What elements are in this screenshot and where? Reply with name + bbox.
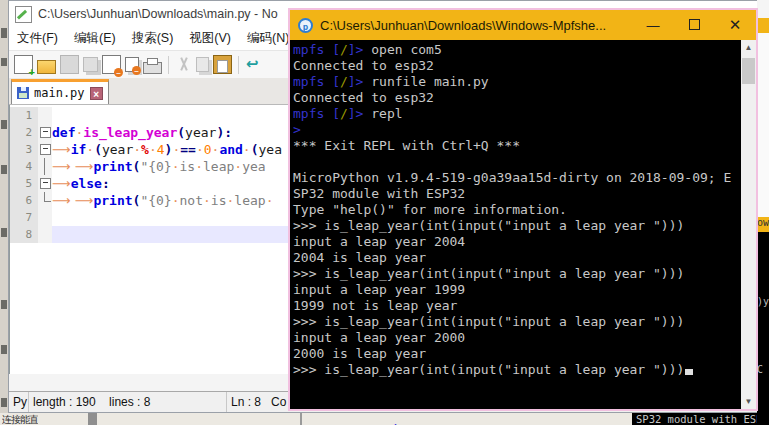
line-number: 3 <box>10 141 38 158</box>
line-number: 4 <box>10 158 38 175</box>
sliver-fragment <box>1 300 7 309</box>
close-all-icon[interactable] <box>125 57 139 72</box>
console-line: 2000 is leap year <box>293 346 741 362</box>
minimize-button[interactable]: — <box>636 18 670 33</box>
menu-item-0[interactable]: 文件(F) <box>9 27 66 50</box>
close-button[interactable]: ✕ <box>718 16 752 34</box>
fold-margin <box>38 226 52 243</box>
menu-item-3[interactable]: 视图(V) <box>181 27 239 50</box>
fold-collapse-icon[interactable] <box>40 144 51 155</box>
line-number: 6 <box>10 192 38 209</box>
sliver-fragment <box>1 228 7 237</box>
console-line: >>> is_leap_year(int(input("input a leap… <box>293 314 741 330</box>
console-line: input a leap year 1999 <box>293 282 741 298</box>
line-number: 1 <box>10 107 38 124</box>
fold-margin <box>38 158 52 175</box>
console-line: mpfs [/]> open com5 <box>293 42 741 58</box>
console-screen[interactable]: mpfs [/]> open com5Connected to esp32mpf… <box>290 40 756 409</box>
maximize-icon <box>689 19 700 30</box>
background-scrollbar-fragment <box>88 413 97 425</box>
fold-margin[interactable] <box>38 124 52 141</box>
saved-floppy-icon <box>17 87 29 99</box>
line-number: 2 <box>10 124 38 141</box>
console-line: >>> is_leap_year(int(input("input a leap… <box>293 362 741 378</box>
console-line: 2004 is leap year <box>293 250 741 266</box>
scrollbar-thumb[interactable] <box>742 58 755 84</box>
copy-icon <box>196 57 209 72</box>
console-titlebar[interactable]: p C:\Users\Junhuan\Downloads\Windows-Mpf… <box>290 10 756 40</box>
sliver-fragment <box>757 33 769 217</box>
scroll-down-icon[interactable]: ▼ <box>741 394 756 409</box>
sliver-fragment <box>1 120 7 129</box>
mpfshell-console-window: p C:\Users\Junhuan\Downloads\Windows-Mpf… <box>288 8 758 411</box>
console-line: mpfs [/]> repl <box>293 106 741 122</box>
save-icon <box>60 55 79 74</box>
console-line: 1999 not is leap year <box>293 298 741 314</box>
sliver-fragment <box>1 165 7 174</box>
fold-collapse-icon[interactable] <box>40 127 51 138</box>
toolbar-separator <box>168 56 169 74</box>
console-line: input a leap year 2000 <box>293 330 741 346</box>
console-line: Connected to esp32 <box>293 58 741 74</box>
console-line: > <box>293 122 741 138</box>
sliver-fragment <box>1 345 7 354</box>
menu-item-2[interactable]: 搜索(S) <box>124 27 182 50</box>
console-line: >>> is_leap_year(int(input("input a leap… <box>293 218 741 234</box>
console-line: MicroPython v1.9.4-519-g0a39aa15d-dirty … <box>293 170 741 186</box>
print-icon[interactable] <box>143 62 162 74</box>
console-line: input a leap year 2004 <box>293 234 741 250</box>
background-window-sliver-right: ow )y C <box>757 0 769 425</box>
console-line: >>> is_leap_year(int(input("input a leap… <box>293 266 741 282</box>
console-line: mpfs [/]> runfile main.py <box>293 74 741 90</box>
console-title-text: C:\Users\Junhuan\Downloads\Windows-Mpfsh… <box>320 18 629 33</box>
undo-icon[interactable] <box>245 56 262 73</box>
menu-item-1[interactable]: 编辑(E) <box>66 27 124 50</box>
notepadpp-title-text: C:\Users\Junhuan\Downloads\main.py - No <box>38 7 278 21</box>
sliver-text-fragment: ow <box>757 217 769 232</box>
sliver-fragment <box>757 0 769 18</box>
fold-margin <box>38 192 52 209</box>
tab-close-icon[interactable]: × <box>90 87 103 100</box>
fold-margin[interactable] <box>38 175 52 192</box>
sliver-fragment <box>1 58 7 66</box>
fold-margin[interactable] <box>38 141 52 158</box>
status-cell-0: Py <box>9 392 29 412</box>
fold-margin <box>38 209 52 226</box>
background-console-fragment: SP32 module with ESP <box>632 413 769 425</box>
mpfshell-app-icon: p <box>298 18 313 33</box>
console-scrollbar[interactable]: ▲ ▼ <box>741 40 756 409</box>
line-number: 7 <box>10 209 38 226</box>
console-line: Connected to esp32 <box>293 90 741 106</box>
close-file-icon[interactable] <box>102 55 121 74</box>
line-number: 5 <box>10 175 38 192</box>
save-all-icon <box>83 57 98 72</box>
new-file-icon[interactable] <box>14 55 33 74</box>
toolbar-separator <box>238 56 239 74</box>
tab-main-py[interactable]: main.py × <box>11 79 109 104</box>
console-line: Type "help()" for more information. <box>293 202 741 218</box>
open-file-icon[interactable] <box>37 60 56 74</box>
maximize-button[interactable] <box>677 18 711 33</box>
tab-label: main.py <box>34 86 85 100</box>
background-text-fragment: 连接能直 <box>2 413 38 425</box>
sliver-fragment: )y C <box>757 232 769 425</box>
cut-icon <box>175 56 192 73</box>
console-text: mpfs [/]> open com5Connected to esp32mpf… <box>290 40 741 409</box>
console-cursor <box>685 369 693 375</box>
sliver-text-fragment: )y <box>757 296 769 307</box>
sliver-fragment <box>757 18 769 33</box>
console-line: SP32 module with ESP32 <box>293 186 741 202</box>
desktop-screen: C:\Users\Junhuan\Downloads\main.py - No … <box>0 0 769 425</box>
background-window-sliver-left <box>0 0 8 425</box>
console-line: *** Exit REPL with Ctrl+Q *** <box>293 138 741 154</box>
fold-collapse-icon[interactable] <box>40 178 51 189</box>
background-divider-fragment <box>300 413 302 425</box>
paste-icon[interactable] <box>213 55 232 74</box>
fold-margin <box>38 107 52 124</box>
console-line <box>293 154 741 170</box>
scroll-up-icon[interactable]: ▲ <box>741 40 756 55</box>
notepadpp-app-icon <box>15 6 32 23</box>
line-number: 8 <box>10 226 38 243</box>
sliver-fragment <box>1 398 7 407</box>
background-window-sliver-bottom: 连接能直 ƒ □ ⟶if n > 2: SP32 module with ESP <box>0 413 769 425</box>
